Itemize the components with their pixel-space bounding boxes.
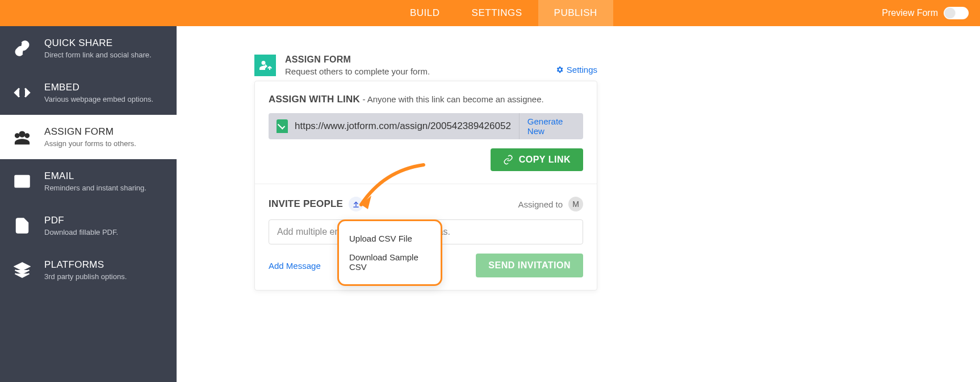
assign-form-icon bbox=[254, 55, 276, 76]
people-icon bbox=[12, 127, 32, 147]
preview-form-label: Preview Form bbox=[882, 8, 938, 18]
upload-csv-option[interactable]: Upload CSV File bbox=[349, 229, 430, 248]
preview-form-toggle[interactable] bbox=[944, 7, 969, 19]
tab-build[interactable]: BUILD bbox=[394, 0, 456, 26]
main-content: ASSIGN FORM Request others to complete y… bbox=[177, 26, 980, 382]
csv-popup: Upload CSV File Download Sample CSV bbox=[337, 219, 442, 286]
download-sample-csv-option[interactable]: Download Sample CSV bbox=[349, 248, 430, 276]
assign-link-title: ASSIGN WITH LINK bbox=[269, 94, 360, 105]
sidebar-item-title: EMBED bbox=[44, 82, 153, 93]
pdf-icon bbox=[12, 216, 32, 235]
sidebar-item-sub: Reminders and instant sharing. bbox=[44, 184, 146, 192]
sidebar-item-title: PDF bbox=[44, 215, 118, 226]
sidebar-item-title: EMAIL bbox=[44, 171, 146, 182]
sidebar-item-embed[interactable]: EMBED Various webpage embed options. bbox=[0, 70, 177, 115]
copy-link-button[interactable]: COPY LINK bbox=[491, 148, 583, 171]
top-nav-tabs: BUILD SETTINGS PUBLISH bbox=[394, 0, 613, 26]
generate-new-link[interactable]: Generate New bbox=[527, 117, 575, 136]
sidebar-item-quick-share[interactable]: QUICK SHARE Direct form link and social … bbox=[0, 26, 177, 70]
sidebar-item-sub: Direct form link and social share. bbox=[44, 51, 152, 59]
send-invitation-button[interactable]: SEND INVITATION bbox=[476, 254, 583, 277]
top-nav-right: Preview Form bbox=[882, 0, 980, 26]
copy-link-label: COPY LINK bbox=[519, 155, 571, 165]
settings-link[interactable]: Settings bbox=[555, 65, 597, 74]
avatar[interactable]: M bbox=[568, 197, 583, 211]
tab-publish[interactable]: PUBLISH bbox=[538, 0, 613, 26]
sidebar-item-assign-form[interactable]: ASSIGN FORM Assign your forms to others. bbox=[0, 115, 177, 159]
assign-link-box[interactable]: https://www.jotform.com/assign/200542389… bbox=[269, 113, 519, 139]
assign-link-url: https://www.jotform.com/assign/200542389… bbox=[295, 121, 511, 132]
assigned-to-label: Assigned to bbox=[518, 200, 563, 209]
mail-icon bbox=[12, 172, 32, 191]
sidebar: QUICK SHARE Direct form link and social … bbox=[0, 26, 177, 382]
sidebar-item-title: ASSIGN FORM bbox=[44, 126, 136, 138]
sidebar-item-title: PLATFORMS bbox=[44, 259, 127, 271]
sidebar-item-pdf[interactable]: PDF Download fillable PDF. bbox=[0, 204, 177, 248]
sidebar-item-sub: Various webpage embed options. bbox=[44, 95, 153, 103]
top-nav: BUILD SETTINGS PUBLISH Preview Form bbox=[0, 0, 980, 26]
code-icon bbox=[12, 83, 32, 102]
sidebar-item-sub: Assign your forms to others. bbox=[44, 139, 136, 148]
page-subtitle: Request others to complete your form. bbox=[285, 67, 546, 76]
link-icon bbox=[503, 155, 513, 165]
sidebar-item-sub: Download fillable PDF. bbox=[44, 228, 118, 236]
arrow-annotation bbox=[350, 159, 441, 222]
layers-icon bbox=[12, 260, 32, 280]
assign-link-desc: - Anyone with this link can become an as… bbox=[362, 94, 543, 104]
settings-link-label: Settings bbox=[567, 65, 597, 74]
sidebar-item-sub: 3rd party publish options. bbox=[44, 272, 127, 281]
gear-icon bbox=[555, 65, 564, 74]
sidebar-item-title: QUICK SHARE bbox=[44, 38, 152, 49]
sidebar-item-email[interactable]: EMAIL Reminders and instant sharing. bbox=[0, 159, 177, 204]
lock-icon bbox=[277, 119, 288, 133]
svg-marker-1 bbox=[15, 263, 30, 271]
tab-settings[interactable]: SETTINGS bbox=[456, 0, 538, 26]
add-message-link[interactable]: Add Message bbox=[269, 261, 321, 271]
sidebar-item-platforms[interactable]: PLATFORMS 3rd party publish options. bbox=[0, 248, 177, 292]
page-title: ASSIGN FORM bbox=[285, 55, 546, 65]
page-header: ASSIGN FORM Request others to complete y… bbox=[254, 55, 597, 76]
link-icon bbox=[12, 39, 32, 58]
invite-title: INVITE PEOPLE bbox=[269, 198, 343, 210]
